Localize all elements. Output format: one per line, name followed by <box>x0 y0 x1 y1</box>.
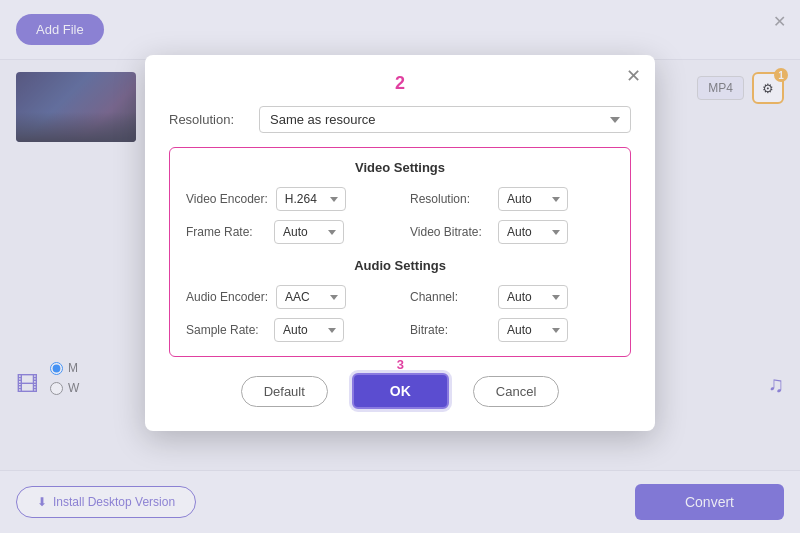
channel-select[interactable]: Auto <box>498 285 568 309</box>
modal-step-number: 2 <box>169 73 631 94</box>
sample-rate-label: Sample Rate: <box>186 323 266 337</box>
resolution-right-select[interactable]: Auto <box>498 187 568 211</box>
resolution-right-row: Resolution: Auto <box>410 187 614 211</box>
audio-settings-grid: Audio Encoder: AAC Channel: Auto Sample … <box>186 285 614 342</box>
step-number-3: 3 <box>397 357 404 372</box>
resolution-select[interactable]: Same as resource <box>259 106 631 133</box>
resolution-label: Resolution: <box>169 112 249 127</box>
ok-button[interactable]: OK <box>352 373 449 409</box>
video-encoder-select[interactable]: H.264 <box>276 187 346 211</box>
sample-rate-row: Sample Rate: Auto <box>186 318 390 342</box>
resolution-row: Resolution: Same as resource <box>169 106 631 133</box>
video-encoder-row: Video Encoder: H.264 <box>186 187 390 211</box>
channel-label: Channel: <box>410 290 490 304</box>
frame-rate-row: Frame Rate: Auto <box>186 220 390 244</box>
bitrate-row: Bitrate: Auto <box>410 318 614 342</box>
bitrate-select[interactable]: Auto <box>498 318 568 342</box>
video-settings-title: Video Settings <box>186 160 614 175</box>
video-encoder-label: Video Encoder: <box>186 192 268 206</box>
modal-footer: Default 3 OK Cancel <box>169 373 631 409</box>
video-bitrate-label: Video Bitrate: <box>410 225 490 239</box>
frame-rate-label: Frame Rate: <box>186 225 266 239</box>
cancel-button[interactable]: Cancel <box>473 376 559 407</box>
audio-encoder-label: Audio Encoder: <box>186 290 268 304</box>
default-button[interactable]: Default <box>241 376 328 407</box>
audio-encoder-select[interactable]: AAC <box>276 285 346 309</box>
audio-encoder-row: Audio Encoder: AAC <box>186 285 390 309</box>
frame-rate-select[interactable]: Auto <box>274 220 344 244</box>
settings-modal: 2 ✕ Resolution: Same as resource Video S… <box>145 55 655 431</box>
video-settings-grid: Video Encoder: H.264 Resolution: Auto Fr… <box>186 187 614 244</box>
bitrate-label: Bitrate: <box>410 323 490 337</box>
channel-row: Channel: Auto <box>410 285 614 309</box>
audio-settings-title: Audio Settings <box>186 258 614 273</box>
settings-section: Video Settings Video Encoder: H.264 Reso… <box>169 147 631 357</box>
ok-container: 3 OK <box>352 373 449 409</box>
sample-rate-select[interactable]: Auto <box>274 318 344 342</box>
resolution-right-label: Resolution: <box>410 192 490 206</box>
modal-close-icon: ✕ <box>626 66 641 86</box>
modal-close-button[interactable]: ✕ <box>626 65 641 87</box>
video-bitrate-select[interactable]: Auto <box>498 220 568 244</box>
video-bitrate-row: Video Bitrate: Auto <box>410 220 614 244</box>
